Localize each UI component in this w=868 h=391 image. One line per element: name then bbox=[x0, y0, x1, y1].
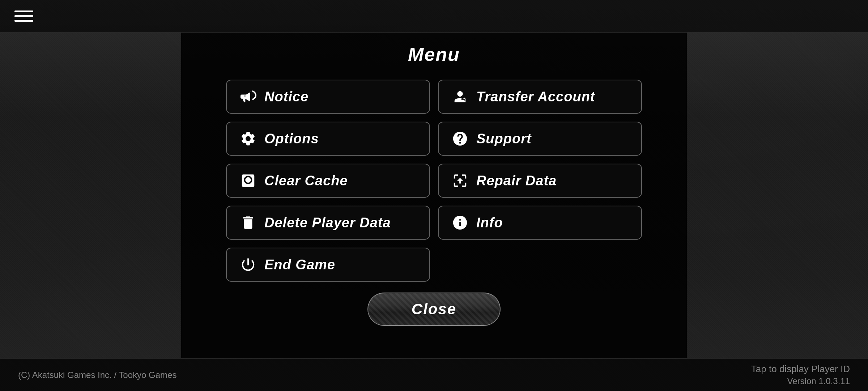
end-game-row: End Game bbox=[226, 248, 642, 282]
megaphone-icon bbox=[240, 88, 256, 105]
bottom-right-info: Tap to display Player ID Version 1.0.3.1… bbox=[751, 363, 850, 386]
hamburger-line-3 bbox=[14, 20, 33, 22]
options-label: Options bbox=[264, 131, 319, 147]
close-button-row: Close bbox=[367, 293, 501, 326]
transfer-account-label: Transfer Account bbox=[476, 89, 595, 105]
copyright-text: (C) Akatsuki Games Inc. / Tookyo Games bbox=[18, 370, 176, 380]
repair-data-button[interactable]: Repair Data bbox=[438, 164, 642, 198]
hamburger-line-1 bbox=[14, 10, 33, 12]
end-game-button[interactable]: End Game bbox=[226, 248, 430, 282]
info-icon bbox=[452, 214, 468, 231]
notice-button[interactable]: Notice bbox=[226, 80, 430, 114]
support-button[interactable]: Support bbox=[438, 122, 642, 156]
menu-title: Menu bbox=[408, 43, 460, 65]
transfer-account-button[interactable]: Transfer Account bbox=[438, 80, 642, 114]
close-label: Close bbox=[412, 300, 456, 318]
info-label: Info bbox=[476, 215, 503, 231]
menu-panel: Menu Notice Transfer Account Options bbox=[181, 33, 687, 358]
menu-buttons-grid: Notice Transfer Account Options Support bbox=[226, 80, 642, 240]
hamburger-menu-button[interactable] bbox=[14, 10, 33, 22]
bottom-bar: (C) Akatsuki Games Inc. / Tookyo Games T… bbox=[0, 358, 868, 391]
close-button[interactable]: Close bbox=[367, 293, 501, 326]
tap-player-id-text[interactable]: Tap to display Player ID bbox=[751, 363, 850, 375]
hamburger-line-2 bbox=[14, 15, 33, 17]
power-icon bbox=[240, 256, 256, 273]
top-bar bbox=[0, 0, 868, 33]
transfer-icon bbox=[452, 88, 468, 105]
svg-point-0 bbox=[247, 179, 250, 182]
delete-player-data-label: Delete Player Data bbox=[264, 215, 391, 231]
support-label: Support bbox=[476, 131, 532, 147]
notice-label: Notice bbox=[264, 89, 309, 105]
gear-icon bbox=[240, 130, 256, 147]
clear-cache-label: Clear Cache bbox=[264, 173, 348, 189]
version-text: Version 1.0.3.11 bbox=[787, 376, 850, 386]
clear-cache-button[interactable]: Clear Cache bbox=[226, 164, 430, 198]
delete-player-data-button[interactable]: Delete Player Data bbox=[226, 206, 430, 240]
repair-icon bbox=[452, 172, 468, 189]
clearcache-icon bbox=[240, 172, 256, 189]
end-game-label: End Game bbox=[264, 257, 335, 273]
info-button[interactable]: Info bbox=[438, 206, 642, 240]
repair-data-label: Repair Data bbox=[476, 173, 557, 189]
trash-icon bbox=[240, 214, 256, 231]
options-button[interactable]: Options bbox=[226, 122, 430, 156]
question-icon bbox=[452, 130, 468, 147]
